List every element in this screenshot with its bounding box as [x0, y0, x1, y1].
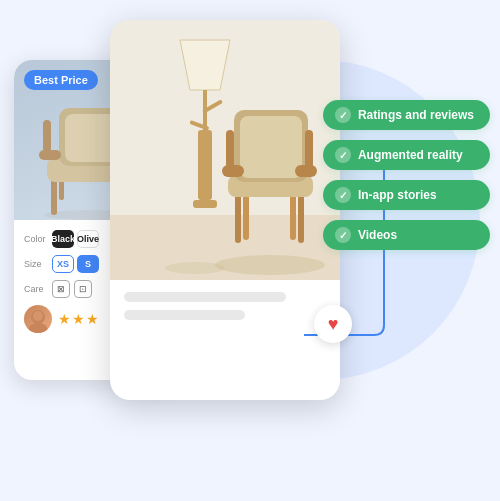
feature-ratings-label: Ratings and reviews — [358, 108, 474, 122]
main-card-bottom — [110, 280, 340, 336]
svg-point-18 — [165, 262, 225, 274]
svg-point-17 — [215, 255, 325, 275]
svg-rect-23 — [193, 200, 217, 208]
svg-rect-32 — [222, 165, 244, 177]
check-icon-videos: ✓ — [335, 227, 351, 243]
feature-stories: ✓ In-app stories — [323, 180, 490, 210]
care-label: Care — [24, 284, 52, 294]
svg-rect-8 — [39, 150, 61, 160]
feature-videos-label: Videos — [358, 228, 397, 242]
check-icon-ar: ✓ — [335, 147, 351, 163]
wash-icon-2: ⊡ — [74, 280, 92, 298]
main-card-image — [110, 20, 340, 280]
size-xs-badge[interactable]: XS — [52, 255, 74, 273]
avatar-face — [24, 305, 52, 333]
color-olive-badge[interactable]: Olive — [77, 230, 99, 248]
main-product-card — [110, 20, 340, 400]
svg-rect-33 — [295, 165, 317, 177]
feature-ar: ✓ Augmented reality — [323, 140, 490, 170]
wash-icon-1: ⊠ — [52, 280, 70, 298]
size-s-badge[interactable]: S — [77, 255, 99, 273]
svg-point-14 — [33, 311, 43, 321]
feature-ar-label: Augmented reality — [358, 148, 463, 162]
skeleton-subtitle — [124, 310, 245, 320]
feature-ratings: ✓ Ratings and reviews — [323, 100, 490, 130]
svg-point-13 — [28, 323, 48, 333]
reviewer-avatar — [24, 305, 52, 333]
heart-icon: ♥ — [328, 314, 339, 335]
size-label: Size — [24, 259, 52, 269]
star-rating: ★★★ — [58, 311, 100, 327]
heart-button[interactable]: ♥ — [314, 305, 352, 343]
svg-rect-24 — [198, 130, 212, 200]
svg-rect-28 — [290, 190, 296, 240]
svg-rect-34 — [226, 130, 234, 168]
best-price-badge: Best Price — [24, 70, 98, 90]
skeleton-title — [124, 292, 286, 302]
svg-rect-31 — [240, 116, 302, 178]
scene: Best Price Color Black Olive Size XS S C… — [0, 0, 500, 501]
svg-rect-35 — [305, 130, 313, 168]
room-illustration — [110, 20, 340, 280]
feature-stories-label: In-app stories — [358, 188, 437, 202]
color-label: Color — [24, 234, 52, 244]
features-list: ✓ Ratings and reviews ✓ Augmented realit… — [323, 100, 490, 250]
color-black-badge[interactable]: Black — [52, 230, 74, 248]
svg-rect-10 — [43, 120, 51, 152]
feature-videos: ✓ Videos — [323, 220, 490, 250]
check-icon-stories: ✓ — [335, 187, 351, 203]
check-icon-ratings: ✓ — [335, 107, 351, 123]
svg-rect-27 — [243, 190, 249, 240]
